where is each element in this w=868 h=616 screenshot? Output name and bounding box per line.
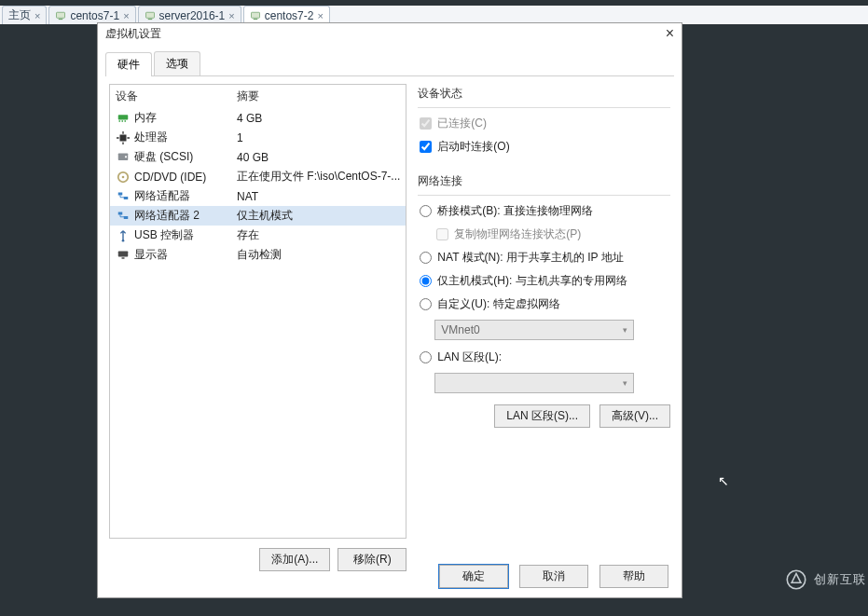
svg-rect-3 [147,19,152,20]
svg-rect-1 [59,19,63,20]
custom-radio[interactable]: 自定义(U): 特定虚拟网络 [418,294,670,318]
network-icon [116,190,131,203]
custom-input[interactable] [420,298,432,310]
device-name: USB 控制器 [134,227,237,243]
nat-radio[interactable]: NAT 模式(N): 用于共享主机的 IP 地址 [418,248,670,271]
device-summary: 仅主机模式 [237,208,400,224]
svg-rect-8 [122,120,124,122]
dialog-title: 虚拟机设置 [105,26,161,42]
connect-at-poweron-label: 启动时连接(O) [437,139,509,155]
lanseg-label: LAN 区段(L): [437,349,502,365]
device-summary: 4 GB [237,112,400,125]
svg-rect-21 [122,257,125,259]
connect-at-poweron-checkbox[interactable]: 启动时连接(O) [418,137,670,160]
svg-rect-6 [118,115,129,119]
group-title: 网络连接 [418,171,670,196]
hardware-row[interactable]: 网络适配器 2仅主机模式 [110,206,406,226]
close-icon[interactable]: × [666,25,674,42]
replicate-input [436,228,448,240]
device-summary: 存在 [237,227,400,243]
lanseg-radio[interactable]: LAN 区段(L): [418,348,670,371]
cancel-button[interactable]: 取消 [519,565,588,588]
cd-icon [116,171,131,184]
disk-icon [116,151,131,164]
cursor-icon: ↖ [718,473,729,488]
connect-at-poweron-input[interactable] [420,141,432,153]
device-name: 网络适配器 [134,188,237,204]
vm-tabbar: 主页 × centos7-1 × server2016-1 × centos7-… [0,6,868,24]
svg-rect-0 [57,12,65,18]
tab-centos7-2[interactable]: centos7-2 × [243,6,330,24]
help-button[interactable]: 帮助 [599,565,668,588]
ok-button[interactable]: 确定 [439,565,508,588]
add-button[interactable]: 添加(A)... [259,548,330,571]
tab-centos7-1[interactable]: centos7-1 × [48,6,135,24]
svg-rect-9 [125,120,127,122]
watermark-text: 创新互联 [814,571,866,588]
hardware-row[interactable]: CD/DVD (IDE)正在使用文件 F:\iso\CentOS-7-... [110,167,406,186]
col-summary: 摘要 [237,89,400,104]
lanseg-input[interactable] [420,351,432,363]
bridged-input[interactable] [420,205,432,217]
hardware-list[interactable]: 设备 摘要 内存4 GB处理器1硬盘 (SCSI)40 GBCD/DVD (ID… [109,84,406,539]
hardware-row[interactable]: 内存4 GB [110,108,406,128]
tab-home[interactable]: 主页 × [2,6,47,24]
tab-hardware[interactable]: 硬件 [105,52,152,76]
tab-options[interactable]: 选项 [154,51,200,75]
custom-vmnet-select: VMnet0 ▾ [434,320,634,340]
advanced-button[interactable]: 高级(V)... [599,404,670,428]
network-icon [116,210,131,223]
svg-rect-17 [118,212,123,214]
svg-point-12 [125,156,127,157]
hostonly-input[interactable] [420,275,432,287]
device-summary: NAT [237,190,400,203]
custom-vmnet-value: VMnet0 [441,323,479,336]
hostonly-radio[interactable]: 仅主机模式(H): 与主机共享的专用网络 [418,271,670,294]
hardware-list-header: 设备 摘要 [110,85,406,108]
connected-checkbox: 已连接(C) [418,114,670,137]
bridged-radio[interactable]: 桥接模式(B): 直接连接物理网络 [418,201,670,225]
hardware-row[interactable]: 网络适配器NAT [110,186,406,206]
close-icon[interactable]: × [317,10,323,21]
close-icon[interactable]: × [123,10,129,21]
tab-label: 主页 [8,7,31,23]
svg-rect-10 [120,134,127,141]
svg-rect-4 [251,12,259,18]
device-name: 硬盘 (SCSI) [134,149,237,165]
cpu-icon [116,131,131,144]
remove-button[interactable]: 移除(R) [338,548,406,571]
chevron-down-icon: ▾ [623,378,627,388]
tab-label: centos7-1 [70,9,119,22]
hardware-row[interactable]: 硬盘 (SCSI)40 GB [110,147,406,167]
svg-rect-20 [118,251,129,256]
svg-rect-5 [253,19,257,20]
device-name: 内存 [134,110,237,126]
tab-label: centos7-2 [265,9,314,22]
connected-input [420,117,432,130]
close-icon[interactable]: × [34,10,40,21]
hardware-row[interactable]: 处理器1 [110,128,406,147]
svg-rect-15 [118,192,123,195]
nat-input[interactable] [420,252,432,264]
usb-icon [116,229,131,242]
device-name: 显示器 [134,247,237,263]
svg-rect-7 [119,120,121,122]
svg-point-14 [122,175,125,178]
lan-segments-button[interactable]: LAN 区段(S)... [494,404,590,428]
dialog-tabs: 硬件 选项 [105,51,674,76]
watermark: 创新互联 [784,568,866,592]
hostonly-label: 仅主机模式(H): 与主机共享的专用网络 [437,273,627,289]
replicate-label: 复制物理网络连接状态(P) [454,226,581,242]
device-name: CD/DVD (IDE) [134,171,237,184]
device-name: 处理器 [134,130,237,145]
hardware-row[interactable]: USB 控制器存在 [110,226,406,245]
dialog-titlebar: 虚拟机设置 × [98,23,682,44]
col-device: 设备 [116,89,237,104]
device-summary: 自动检测 [237,247,400,263]
tab-server2016-1[interactable]: server2016-1 × [138,6,241,24]
display-icon [116,249,131,262]
device-summary: 正在使用文件 F:\iso\CentOS-7-... [237,169,400,185]
hardware-row[interactable]: 显示器自动检测 [110,245,406,265]
close-icon[interactable]: × [228,10,234,21]
device-summary: 40 GB [237,151,400,164]
